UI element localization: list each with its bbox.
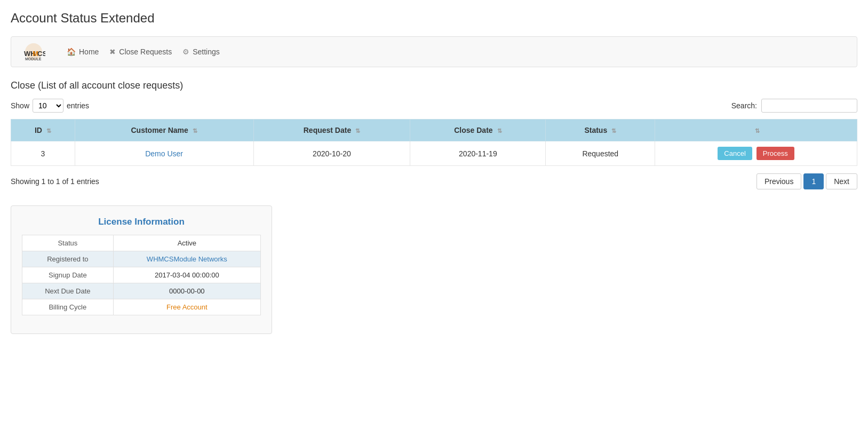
table-row: 3 Demo User 2020-10-20 2020-11-19 Reques… bbox=[11, 141, 857, 166]
nav-home-label: Home bbox=[79, 47, 99, 56]
next-button[interactable]: Next bbox=[826, 173, 857, 189]
show-label: Show bbox=[11, 101, 29, 110]
close-requests-icon: ✖ bbox=[109, 47, 116, 56]
showing-text: Showing 1 to 1 of 1 entries bbox=[11, 177, 99, 186]
nav-settings[interactable]: ⚙ Settings bbox=[182, 47, 220, 56]
requests-table: ID ⇅ Customer Name ⇅ Request Date ⇅ Clos… bbox=[11, 119, 857, 166]
col-customer-name[interactable]: Customer Name ⇅ bbox=[75, 120, 253, 141]
license-value: 2017-03-04 00:00:00 bbox=[113, 267, 260, 283]
col-actions: ⇅ bbox=[655, 120, 857, 141]
license-row: Billing Cycle Free Account bbox=[22, 299, 261, 315]
license-row: Signup Date 2017-03-04 00:00:00 bbox=[22, 267, 261, 283]
nav-close-requests[interactable]: ✖ Close Requests bbox=[109, 47, 172, 56]
cell-id: 3 bbox=[11, 141, 75, 166]
sort-actions-icon: ⇅ bbox=[755, 128, 760, 134]
search-input[interactable] bbox=[761, 99, 857, 113]
license-label: Signup Date bbox=[22, 267, 114, 283]
cell-close-date: 2020-11-19 bbox=[410, 141, 546, 166]
license-table: Status Active Registered to WHMCSModule … bbox=[22, 235, 261, 315]
col-request-date[interactable]: Request Date ⇅ bbox=[253, 120, 410, 141]
svg-text:CS: CS bbox=[37, 50, 45, 58]
cancel-button[interactable]: Cancel bbox=[718, 147, 752, 160]
section-title: Close (List of all account close request… bbox=[11, 80, 857, 91]
license-row: Next Due Date 0000-00-00 bbox=[22, 283, 261, 299]
brand-logo: WH M CS MODULE bbox=[22, 42, 45, 61]
cell-actions: Cancel Process bbox=[655, 141, 857, 166]
svg-text:MODULE: MODULE bbox=[25, 57, 42, 61]
license-label: Status bbox=[22, 235, 114, 251]
process-button[interactable]: Process bbox=[756, 147, 794, 160]
table-head: ID ⇅ Customer Name ⇅ Request Date ⇅ Clos… bbox=[11, 120, 857, 141]
nav-settings-label: Settings bbox=[193, 47, 220, 56]
prev-button[interactable]: Previous bbox=[756, 173, 801, 189]
nav-close-requests-label: Close Requests bbox=[119, 47, 172, 56]
nav-menu: 🏠 Home ✖ Close Requests ⚙ Settings bbox=[67, 47, 220, 56]
pagination: Previous 1 Next bbox=[756, 173, 857, 189]
license-value: Active bbox=[113, 235, 260, 251]
settings-icon: ⚙ bbox=[182, 47, 189, 56]
table-body: 3 Demo User 2020-10-20 2020-11-19 Reques… bbox=[11, 141, 857, 166]
sort-status-icon: ⇅ bbox=[611, 128, 616, 134]
license-box: License Information Status Active Regist… bbox=[11, 205, 272, 334]
logo-icon: WH M CS MODULE bbox=[22, 42, 45, 61]
license-value: Free Account bbox=[113, 299, 260, 315]
license-value: 0000-00-00 bbox=[113, 283, 260, 299]
license-title: License Information bbox=[22, 217, 261, 227]
nav-home[interactable]: 🏠 Home bbox=[67, 47, 99, 56]
license-label: Registered to bbox=[22, 251, 114, 267]
license-label: Billing Cycle bbox=[22, 299, 114, 315]
sort-name-icon: ⇅ bbox=[193, 128, 197, 134]
controls-row: Show 10 25 50 100 entries Search: bbox=[11, 99, 857, 113]
cell-status: Requested bbox=[546, 141, 655, 166]
col-close-date[interactable]: Close Date ⇅ bbox=[410, 120, 546, 141]
navbar: WH M CS MODULE 🏠 Home ✖ Close Requests ⚙… bbox=[11, 36, 857, 67]
license-label: Next Due Date bbox=[22, 283, 114, 299]
page-title: Account Status Extended bbox=[11, 11, 857, 26]
sort-id-icon: ⇅ bbox=[46, 128, 51, 134]
home-icon: 🏠 bbox=[67, 47, 76, 56]
license-row: Status Active bbox=[22, 235, 261, 251]
col-status[interactable]: Status ⇅ bbox=[546, 120, 655, 141]
license-value: WHMCSModule Networks bbox=[113, 251, 260, 267]
cell-customer-name[interactable]: Demo User bbox=[75, 141, 253, 166]
page-1-button[interactable]: 1 bbox=[803, 173, 824, 189]
entries-select[interactable]: 10 25 50 100 bbox=[33, 99, 63, 113]
cell-request-date: 2020-10-20 bbox=[253, 141, 410, 166]
show-entries: Show 10 25 50 100 entries bbox=[11, 99, 89, 113]
pagination-row: Showing 1 to 1 of 1 entries Previous 1 N… bbox=[11, 173, 857, 189]
entries-label: entries bbox=[67, 101, 89, 110]
search-label: Search: bbox=[731, 101, 757, 110]
col-id[interactable]: ID ⇅ bbox=[11, 120, 75, 141]
license-row: Registered to WHMCSModule Networks bbox=[22, 251, 261, 267]
sort-closedate-icon: ⇅ bbox=[497, 128, 502, 134]
search-box: Search: bbox=[731, 99, 857, 113]
sort-reqdate-icon: ⇅ bbox=[355, 128, 360, 134]
